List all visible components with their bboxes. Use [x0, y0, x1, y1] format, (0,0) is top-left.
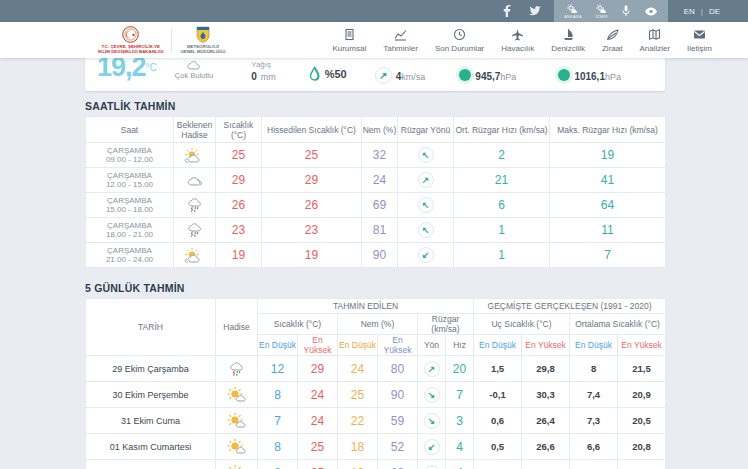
col-hadise: Beklenen Hadise [174, 117, 216, 143]
wind-speed-cell: 4 [446, 434, 474, 460]
wind-direction-icon: ↖ [418, 147, 434, 163]
wind-direction-icon: ↗ [375, 67, 392, 84]
group-humidity: Nem (%) [338, 314, 418, 335]
humidity-cell: 24 [362, 168, 398, 193]
daily-section-title: 5 GÜNLÜK TAHMİN [85, 282, 748, 294]
nav-tahminler[interactable]: Tahminler [383, 28, 418, 53]
storm-icon [174, 193, 216, 218]
nav-iletisim[interactable]: İletişim [687, 28, 712, 53]
nav-kurumsal[interactable]: Kurumsal [332, 28, 366, 53]
sub-min: En Düşük [338, 335, 378, 356]
temp-min-cell: 7 [258, 408, 298, 434]
temp-max-cell: 24 [298, 408, 338, 434]
sub-max: En Yüksek [618, 335, 666, 356]
group-past: GEÇMİŞTE GERÇEKLEŞEN (1991 - 2020) [474, 299, 666, 314]
date-cell: 02 Kasım Pazar [86, 460, 216, 469]
pressure-dot-icon [558, 69, 570, 81]
hourly-section-title: SAATLİK TAHMİN [85, 100, 748, 112]
lang-en[interactable]: EN [684, 7, 695, 16]
city-weather-shortcut-icon[interactable]: İZMİR [596, 4, 608, 19]
nav-ziraat[interactable]: Ziraat [602, 28, 622, 53]
language-switch: EN | DE [684, 7, 720, 16]
envelope-icon [693, 28, 706, 41]
ext-min-cell: 1,5 [474, 356, 522, 382]
hourly-row: ÇARŞAMBA09.00 - 12.00 25 25 32 ↖ 2 19 [86, 143, 666, 168]
temp-max-cell: 24 [298, 382, 338, 408]
microphone-icon[interactable] [622, 5, 630, 17]
temp-cell: 19 [216, 243, 262, 268]
map-icon [648, 28, 661, 41]
accessibility-panel: ANKARA İZMİR [554, 0, 668, 22]
hum-max-cell: 80 [378, 356, 418, 382]
wind-direction-cell: ↙ [418, 434, 446, 460]
humidity-cell: 90 [362, 243, 398, 268]
hourly-row: ÇARŞAMBA18.00 - 21.00 23 23 81 ↖ 1 11 [86, 218, 666, 243]
main-nav: Kurumsal Tahminler Son Durumlar Havacılı… [332, 28, 712, 53]
temp-max-cell: 29 [298, 356, 338, 382]
group-temp: Sıcaklık (°C) [258, 314, 338, 335]
nav-analizler[interactable]: Analizler [639, 28, 670, 53]
date-cell: 29 Ekim Çarşamba [86, 356, 216, 382]
group-extreme-temp: Uç Sıcaklık (°C) [474, 314, 570, 335]
wind-direction-icon: ↘ [424, 387, 440, 403]
cloudy-icon [174, 168, 216, 193]
current-condition: Çok Bulutlu [175, 58, 213, 80]
group-wind: Rüzgar (km/sa) [418, 314, 474, 335]
nav-son-durumlar[interactable]: Son Durumlar [435, 28, 484, 53]
ext-max-cell: 29,8 [522, 356, 570, 382]
wind-speed-cell: 3 [446, 408, 474, 434]
leaf-icon [606, 28, 619, 41]
temperature-unit: °C [146, 62, 157, 73]
top-bar: ANKARA İZMİR EN | DE [0, 0, 748, 22]
sub-min: En Düşük [258, 335, 298, 356]
twitter-icon[interactable] [526, 3, 544, 19]
feels-cell: 25 [262, 143, 362, 168]
daily-row: 02 Kasım Pazar 8 25 19 62 ↙ 4 -0,4 28,3 … [86, 460, 666, 469]
pressure-unit: hPa [500, 72, 516, 82]
nav-label: Son Durumlar [435, 44, 484, 53]
hum-max-cell: 62 [378, 460, 418, 469]
nav-denizcilik[interactable]: Denizcilik [551, 28, 585, 53]
mostly-sunny-icon [216, 460, 258, 469]
hum-min-cell: 25 [338, 382, 378, 408]
daily-forecast-table: TARİH Hadise TAHMİN EDİLEN GEÇMİŞTE GERÇ… [85, 298, 666, 469]
wind-direction-icon: ↗ [418, 172, 434, 188]
wind-direction-cell: ↗ [418, 356, 446, 382]
ministry-logo-block[interactable]: T.C. ÇEVRE, ŞEHİRCİLİK VE İKLİM DEĞİŞİKL… [98, 26, 163, 54]
time-cell: ÇARŞAMBA21.00 - 24.00 [86, 243, 174, 268]
temp-min-cell: 8 [258, 434, 298, 460]
pressure-actual-block: Aktüel Basınç 945,7hPa [459, 60, 516, 84]
precip-unit: mm [261, 72, 276, 82]
hourly-row: ÇARŞAMBA12.00 - 15.00 29 29 24 ↗ 21 41 [86, 168, 666, 193]
wind-direction-icon: ↙ [424, 439, 440, 455]
max-wind-cell: 41 [550, 168, 666, 193]
hum-min-cell: 19 [338, 460, 378, 469]
time-cell: ÇARŞAMBA15.00 - 18.00 [86, 193, 174, 218]
sub-max: En Yüksek [298, 335, 338, 356]
nav-havacilik[interactable]: Havacılık [501, 28, 534, 53]
facebook-icon[interactable] [498, 3, 516, 19]
wind-block: Rüzgar ↗4km/sa [375, 60, 426, 84]
pressure-sea-value: 1016,1 [574, 71, 605, 82]
col-tarih: TARİH [86, 299, 216, 356]
partly-cloudy-icon [174, 143, 216, 168]
ext-min-cell: 0,5 [474, 434, 522, 460]
daily-row: 30 Ekim Perşembe 8 24 25 90 ↘ 7 -0,1 30,… [86, 382, 666, 408]
wind-direction-cell: ↗ [398, 168, 454, 193]
mgm-logo-block[interactable]: METEOROLOJİ GENEL MÜDÜRLÜĞÜ [180, 26, 225, 54]
avg-max-cell: 21,5 [618, 356, 666, 382]
ext-min-cell: 0,6 [474, 408, 522, 434]
wind-direction-cell: ↙ [418, 460, 446, 469]
date-cell: 01 Kasım Cumartesi [86, 434, 216, 460]
city-weather-shortcut-icon[interactable]: ANKARA [564, 4, 582, 19]
wind-unit: km/sa [401, 72, 425, 82]
plane-icon [511, 28, 524, 41]
lang-de[interactable]: DE [709, 7, 720, 16]
wind-speed-cell: 20 [446, 356, 474, 382]
avg-max-cell: 20,5 [618, 408, 666, 434]
eye-icon[interactable] [644, 7, 658, 16]
temp-min-cell: 8 [258, 382, 298, 408]
wind-direction-icon: ↙ [418, 247, 434, 263]
sub-yon: Yön [418, 335, 446, 356]
group-average-temp: Ortalama Sıcaklık (°C) [570, 314, 666, 335]
